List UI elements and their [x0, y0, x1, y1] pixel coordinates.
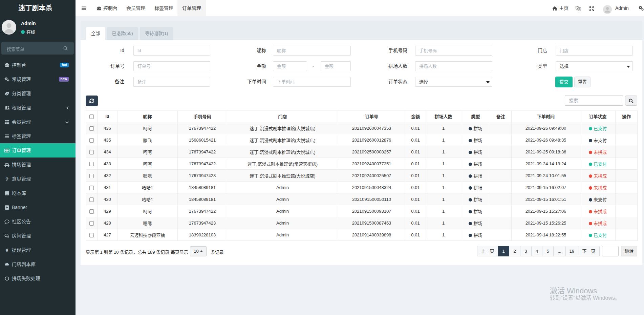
svg-text:A: A [579, 8, 580, 11]
svg-text:?: ? [5, 176, 8, 182]
svg-text:¥: ¥ [6, 248, 8, 253]
